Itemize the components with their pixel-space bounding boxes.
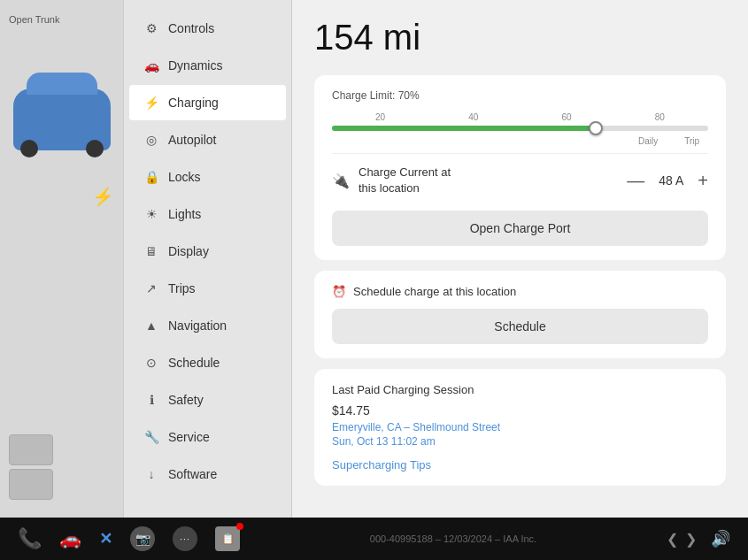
sidebar-item-autopilot[interactable]: ◎ Autopilot [129, 122, 286, 157]
slider-marks: 20 40 60 80 [332, 112, 708, 122]
charge-current-text: Charge Current at this location [359, 165, 451, 196]
dynamics-icon: 🚗 [143, 58, 159, 73]
sidebar-item-display[interactable]: 🖥 Display [129, 234, 286, 269]
thumbnail-1 [9, 434, 53, 465]
schedule-icon: ⊙ [143, 356, 159, 370]
safety-icon: ℹ [143, 393, 159, 407]
sidebar-label-dynamics: Dynamics [168, 58, 222, 73]
supercharging-tips-link[interactable]: Supercharging Tips [332, 458, 708, 472]
sidebar-label-navigation: Navigation [168, 318, 227, 333]
sidebar-label-charging: Charging [168, 96, 219, 110]
thumbnail-images [9, 434, 53, 500]
nav-arrows: ❮ ❯ [667, 531, 697, 548]
charge-plug-icon: 🔌 [332, 173, 350, 189]
slider-track[interactable] [332, 126, 708, 131]
charge-current-left: 🔌 Charge Current at this location [332, 165, 451, 196]
charge-controls: — 48 A + [627, 171, 708, 191]
charge-card: Charge Limit: 70% 20 40 60 80 Daily Trip [314, 75, 726, 260]
last-session-title: Last Paid Charging Session [332, 383, 708, 396]
navigation-icon: ▲ [143, 318, 159, 333]
range-display: 154 mi [314, 18, 726, 58]
nav-left-arrow[interactable]: ❮ [667, 531, 678, 548]
sidebar-label-software: Software [168, 467, 217, 481]
last-session-location: Emeryville, CA – Shellmound Street [332, 421, 708, 433]
phone-icon[interactable]: 📞 [18, 527, 42, 550]
service-icon: 🔧 [143, 430, 159, 444]
taskbar-left: 📞 🚗 ✕ 📷 ··· 📋 [18, 526, 240, 551]
sidebar-label-service: Service [168, 430, 210, 444]
slider-fill [332, 126, 596, 131]
sidebar-label-autopilot: Autopilot [168, 133, 216, 147]
last-session-amount: $14.75 [332, 403, 708, 418]
left-panel: Open Trunk ⚡ [0, 0, 124, 526]
sidebar-item-dynamics[interactable]: 🚗 Dynamics [129, 48, 286, 83]
slider-thumb[interactable] [589, 121, 603, 135]
main-content: 154 mi Charge Limit: 70% 20 40 60 80 Dai… [292, 0, 748, 526]
last-session-date: Sun, Oct 13 11:02 am [332, 435, 708, 448]
sidebar-item-controls[interactable]: ⚙ Controls [129, 11, 286, 46]
display-icon: 🖥 [143, 244, 159, 258]
charge-current-line2: this location [359, 180, 451, 196]
schedule-header: ⏰ Schedule charge at this location [332, 285, 708, 298]
software-icon: ↓ [143, 467, 159, 481]
sidebar-item-software[interactable]: ↓ Software [129, 456, 286, 492]
lights-icon: ☀ [143, 207, 159, 221]
open-charge-port-button[interactable]: Open Charge Port [332, 211, 708, 246]
charge-slider-container[interactable]: 20 40 60 80 Daily Trip [332, 112, 708, 146]
taskbar-right: ❮ ❯ 🔊 [667, 529, 730, 548]
open-trunk-button[interactable]: Open Trunk [9, 13, 59, 26]
file-icon-container[interactable]: 📋 [215, 526, 240, 551]
sidebar-label-locks: Locks [168, 170, 201, 184]
sidebar-label-trips: Trips [168, 281, 196, 295]
slider-bottom-labels: Daily Trip [332, 136, 708, 146]
nav-right-arrow[interactable]: ❯ [685, 531, 697, 548]
sidebar-label-display: Display [168, 244, 209, 258]
sidebar-item-navigation[interactable]: ▲ Navigation [129, 308, 286, 343]
schedule-header-text: Schedule charge at this location [353, 285, 516, 298]
thumbnail-2 [9, 469, 53, 500]
charge-current-row: 🔌 Charge Current at this location — 48 A… [332, 153, 708, 207]
charging-bolt-icon: ⚡ [92, 186, 114, 207]
controls-icon: ⚙ [143, 21, 159, 35]
camera-icon[interactable]: 📷 [130, 526, 155, 551]
sidebar-item-lights[interactable]: ☀ Lights [129, 196, 286, 232]
car-image [13, 88, 111, 150]
taskbar: 📞 🚗 ✕ 📷 ··· 📋 000-40995188 – 12/03/2024 … [0, 518, 748, 560]
trip-label: Trip [684, 136, 699, 146]
charge-current-value: 48 A [659, 173, 683, 188]
daily-label: Daily [638, 136, 658, 146]
car-icon[interactable]: 🚗 [59, 528, 81, 549]
x-icon[interactable]: ✕ [99, 529, 112, 548]
increase-current-button[interactable]: + [698, 171, 708, 191]
locks-icon: 🔒 [143, 170, 159, 184]
sidebar-label-safety: Safety [168, 393, 204, 407]
decrease-current-button[interactable]: — [627, 171, 644, 191]
volume-icon[interactable]: 🔊 [711, 529, 730, 548]
sidebar-item-service[interactable]: 🔧 Service [129, 419, 286, 455]
alert-badge [236, 523, 243, 530]
bottom-info-label: 000-40995188 – 12/03/2024 – IAA Inc. [240, 533, 667, 544]
schedule-button[interactable]: Schedule [332, 309, 708, 344]
charge-current-line1: Charge Current at [359, 165, 451, 180]
sidebar-label-controls: Controls [168, 21, 214, 35]
schedule-card: ⏰ Schedule charge at this location Sched… [314, 271, 726, 358]
sidebar-label-lights: Lights [168, 207, 201, 221]
charging-icon: ⚡ [143, 96, 159, 110]
sidebar: ⚙ Controls 🚗 Dynamics ⚡ Charging ◎ Autop… [124, 0, 292, 526]
sidebar-item-locks[interactable]: 🔒 Locks [129, 159, 286, 195]
sidebar-item-schedule[interactable]: ⊙ Schedule [129, 345, 286, 380]
charge-limit-label: Charge Limit: 70% [332, 89, 708, 102]
sidebar-item-charging[interactable]: ⚡ Charging [129, 85, 286, 120]
autopilot-icon: ◎ [143, 133, 159, 147]
more-options-icon[interactable]: ··· [173, 526, 197, 551]
trips-icon: ↗ [143, 281, 159, 295]
last-session-card: Last Paid Charging Session $14.75 Emeryv… [314, 369, 726, 486]
schedule-clock-icon: ⏰ [332, 285, 346, 298]
sidebar-item-trips[interactable]: ↗ Trips [129, 271, 286, 306]
sidebar-item-safety[interactable]: ℹ Safety [129, 382, 286, 418]
sidebar-label-schedule: Schedule [168, 356, 220, 370]
file-icon: 📋 [215, 526, 240, 551]
